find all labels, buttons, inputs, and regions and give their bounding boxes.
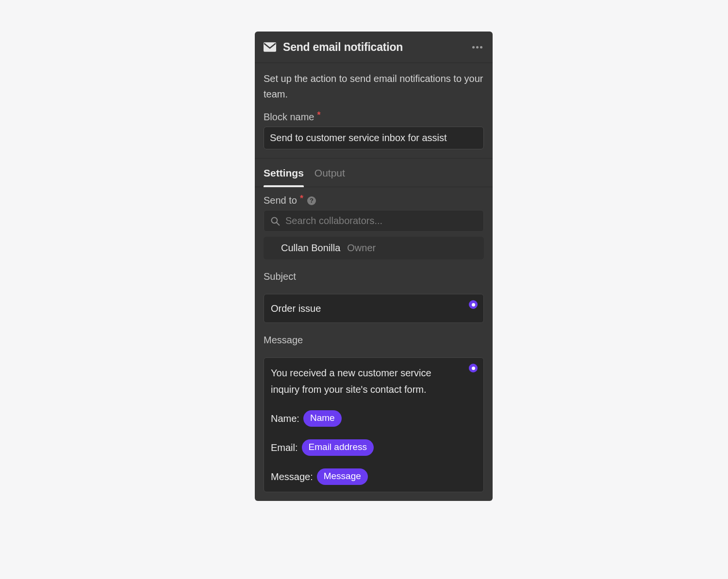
collaborator-row[interactable]: Cullan Bonilla Owner <box>264 237 484 259</box>
collaborator-role: Owner <box>347 242 376 254</box>
collaborator-search-input[interactable] <box>264 210 484 232</box>
intro-section: Set up the action to send email notifica… <box>255 63 493 159</box>
tab-output[interactable]: Output <box>314 167 345 187</box>
block-name-label: Block name * <box>264 112 484 123</box>
svg-line-2 <box>277 222 280 225</box>
send-to-label: Send to * ? <box>264 195 484 206</box>
required-asterisk: * <box>300 193 303 204</box>
email-notification-panel: Send email notification Set up the actio… <box>255 32 493 501</box>
subject-label: Subject <box>264 271 484 282</box>
variable-indicator-icon[interactable] <box>469 364 478 372</box>
ellipsis-icon <box>472 46 475 48</box>
panel-description: Set up the action to send email notifica… <box>264 71 484 102</box>
message-intro: You received a new customer service inqu… <box>271 365 462 398</box>
message-label: Message <box>264 335 484 346</box>
required-asterisk: * <box>317 110 321 120</box>
help-icon[interactable]: ? <box>307 196 316 205</box>
collaborator-search <box>264 210 484 232</box>
message-line-name: Name: Name <box>271 410 462 427</box>
panel-header: Send email notification <box>255 32 493 63</box>
search-icon <box>270 216 280 226</box>
tabs: Settings Output <box>255 159 493 187</box>
more-options-button[interactable] <box>470 40 484 54</box>
message-line-message: Message: Message <box>271 468 462 485</box>
message-line-email: Email: Email address <box>271 439 462 456</box>
mail-icon <box>264 42 276 52</box>
variable-pill-name[interactable]: Name <box>303 410 342 427</box>
tab-settings[interactable]: Settings <box>264 167 304 187</box>
block-name-input[interactable] <box>264 127 484 149</box>
subject-value: Order issue <box>271 303 321 314</box>
message-input[interactable]: You received a new customer service inqu… <box>264 357 484 492</box>
variable-pill-email[interactable]: Email address <box>302 439 374 456</box>
settings-section: Send to * ? Cullan Bonilla Owner Subject… <box>255 187 493 501</box>
variable-indicator-icon[interactable] <box>469 300 478 309</box>
variable-pill-message[interactable]: Message <box>317 468 368 485</box>
panel-title: Send email notification <box>283 41 470 54</box>
subject-input[interactable]: Order issue <box>264 294 484 323</box>
collaborator-name: Cullan Bonilla <box>281 242 340 254</box>
